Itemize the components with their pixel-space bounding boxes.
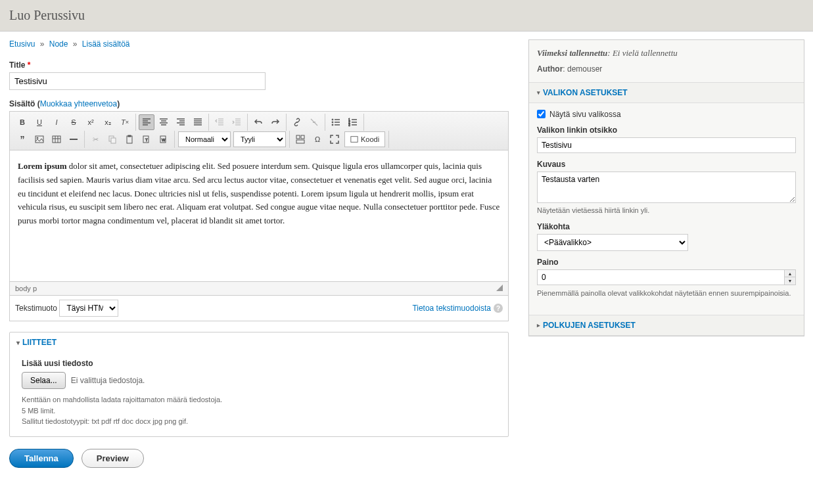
svg-rect-12	[128, 135, 131, 137]
bullet-list-button[interactable]	[328, 114, 344, 130]
svg-point-2	[332, 124, 333, 126]
help-icon: ?	[494, 304, 503, 313]
menu-link-title-label: Valikon linkin otsikko	[537, 126, 796, 135]
paste-word-button[interactable]: W	[156, 131, 172, 147]
browse-button[interactable]: Selaa...	[22, 372, 66, 389]
no-file-text: Ei valittuja tiedostoja.	[71, 376, 145, 385]
svg-rect-11	[127, 136, 132, 143]
editor-body[interactable]: Lorem ipsum dolor sit amet, consectetuer…	[9, 150, 509, 282]
strike-button[interactable]: S	[66, 114, 81, 130]
italic-button[interactable]: I	[49, 114, 64, 130]
outdent-button[interactable]	[212, 114, 227, 130]
desc-help: Näytetään vietäessä hiirtä linkin yli.	[537, 205, 796, 216]
format-info-link[interactable]: Tietoa tekstimuodoista ?	[412, 304, 503, 313]
svg-rect-20	[351, 137, 358, 143]
svg-rect-10	[111, 138, 116, 143]
paste-button[interactable]	[122, 131, 137, 147]
sidebar-column: Viimeksi tallennettu: Ei vielä tallennet…	[528, 39, 804, 468]
svg-text:T: T	[145, 138, 148, 142]
file-help-limit: 5 MB limit.	[22, 405, 496, 417]
add-file-label: Lisää uusi tiedosto	[22, 359, 496, 368]
svg-rect-18	[301, 135, 304, 139]
editor-path: body p	[15, 285, 37, 292]
resize-handle[interactable]	[496, 285, 503, 291]
weight-down[interactable]: ▼	[785, 277, 795, 285]
cut-button[interactable]: ✂	[87, 131, 103, 147]
source-button[interactable]: Koodi	[344, 131, 385, 147]
link-button[interactable]	[289, 114, 305, 130]
table-button[interactable]	[49, 131, 64, 147]
maximize-button[interactable]	[327, 131, 342, 147]
indent-button[interactable]	[229, 114, 244, 130]
breadcrumb: Etusivu » Node » Lisää sisältöä	[9, 39, 509, 49]
breadcrumb-link[interactable]: Lisää sisältöä	[82, 39, 130, 49]
image-button[interactable]	[32, 131, 47, 147]
svg-rect-19	[296, 140, 304, 143]
form-actions: Tallenna Preview	[9, 449, 509, 468]
path-settings-toggle[interactable]: POLKUJEN ASETUKSET	[529, 315, 804, 336]
content-field: Sisältö (Muokkaa yhteenvetoa) B U I S x²…	[9, 99, 509, 321]
special-char-button[interactable]: Ω	[310, 131, 325, 147]
weight-help: Pienemmällä painolla olevat valikkokohda…	[537, 288, 796, 299]
copy-button[interactable]	[105, 131, 120, 147]
weight-up[interactable]: ▲	[785, 270, 795, 277]
editor-status: body p	[9, 282, 509, 296]
main-column: Etusivu » Node » Lisää sisältöä Title * …	[9, 39, 509, 468]
text-format-select[interactable]: Täysi HTML	[59, 300, 118, 317]
format-select[interactable]: Normaali	[178, 131, 231, 147]
weight-label: Paino	[537, 258, 796, 267]
menu-settings-toggle[interactable]: VALIKON ASETUKSET	[529, 83, 804, 103]
unlink-button[interactable]	[306, 114, 322, 130]
remove-format-button[interactable]: T×	[117, 114, 133, 130]
svg-text:W: W	[162, 138, 166, 142]
show-blocks-button[interactable]	[292, 131, 308, 147]
align-center-button[interactable]	[156, 114, 172, 130]
style-select[interactable]: Tyyli	[233, 131, 286, 147]
save-button[interactable]: Tallenna	[9, 449, 74, 468]
align-right-button[interactable]	[173, 114, 189, 130]
number-list-button[interactable]: 123	[345, 114, 361, 130]
align-left-button[interactable]	[139, 114, 154, 130]
redo-button[interactable]	[267, 114, 283, 130]
title-input[interactable]	[9, 72, 266, 90]
svg-point-0	[332, 119, 333, 120]
title-label: Title *	[9, 60, 509, 70]
menu-settings-body: Näytä sivu valikossa Valikon linkin otsi…	[529, 103, 804, 315]
subscript-button[interactable]: x₂	[100, 114, 116, 130]
editor-toolbar: B U I S x² x₂ T×	[9, 111, 509, 150]
sidebar-meta: Viimeksi tallennettu: Ei vielä tallennet…	[529, 40, 804, 83]
parent-select[interactable]: <Päävalikko>	[537, 234, 688, 251]
page-title: Luo Perussivu	[9, 8, 804, 23]
edit-summary-link[interactable]: Muokkaa yhteenvetoa	[40, 99, 117, 108]
paste-text-button[interactable]: T	[139, 131, 154, 147]
menu-link-title-input[interactable]	[537, 137, 796, 153]
underline-button[interactable]: U	[32, 114, 47, 130]
parent-label: Yläkohta	[537, 222, 796, 231]
hr-button[interactable]	[66, 131, 81, 147]
file-help-types: Sallitut tiedostotyypit: txt pdf rtf doc…	[22, 416, 496, 427]
show-in-menu-checkbox[interactable]	[537, 110, 546, 118]
sidebar-box: Viimeksi tallennettu: Ei vielä tallennet…	[528, 39, 804, 336]
svg-point-1	[332, 122, 333, 123]
bold-button[interactable]: B	[14, 114, 30, 130]
blockquote-button[interactable]: ”	[14, 131, 30, 147]
superscript-button[interactable]: x²	[83, 114, 99, 130]
breadcrumb-link[interactable]: Node	[49, 39, 68, 49]
undo-button[interactable]	[250, 114, 266, 130]
attachments-toggle[interactable]: LIITTEET	[10, 332, 508, 352]
breadcrumb-link[interactable]: Etusivu	[9, 39, 35, 49]
weight-input[interactable]	[537, 269, 785, 285]
attachments-fieldset: LIITTEET Lisää uusi tiedosto Selaa... Ei…	[9, 332, 509, 437]
svg-point-7	[37, 137, 38, 139]
text-format-row: Tekstimuoto Täysi HTML Tietoa tekstimuod…	[9, 296, 509, 321]
content-label: Sisältö (Muokkaa yhteenvetoa)	[9, 99, 509, 108]
format-label: Tekstimuoto	[15, 304, 57, 313]
desc-label: Kuvaus	[537, 160, 796, 169]
show-in-menu-label: Näytä sivu valikossa	[549, 110, 621, 119]
svg-rect-8	[53, 136, 60, 143]
align-justify-button[interactable]	[190, 114, 206, 130]
page-header: Luo Perussivu	[0, 0, 813, 32]
title-field: Title *	[9, 60, 509, 90]
preview-button[interactable]: Preview	[81, 449, 144, 468]
desc-textarea[interactable]	[537, 172, 796, 203]
